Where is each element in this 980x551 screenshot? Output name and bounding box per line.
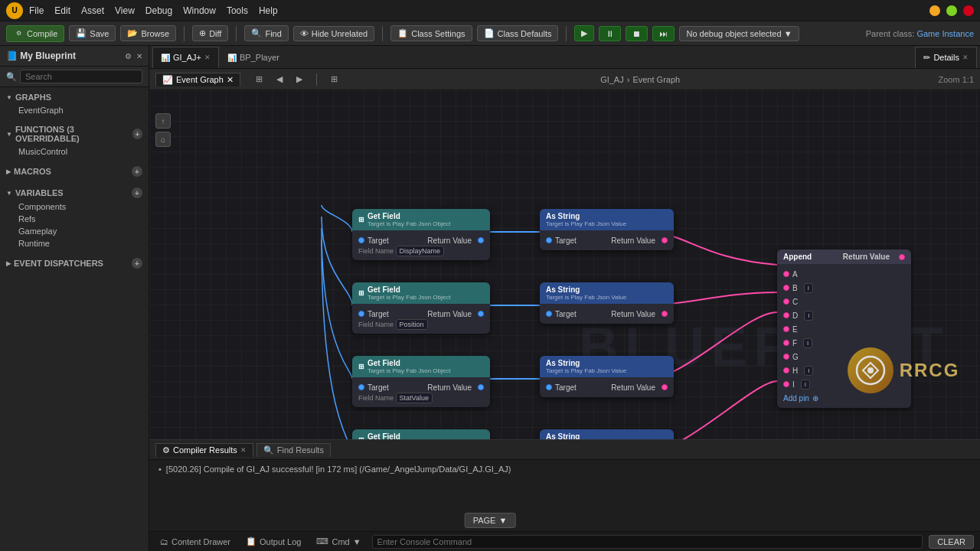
tab-gi-aj[interactable]: 📊 GI_AJ+ ✕	[152, 47, 219, 68]
get-field-3-field-value[interactable]: StatValue	[396, 393, 433, 403]
get-field-2-title: Get Field	[368, 285, 451, 294]
search-bar: 🔍	[0, 67, 149, 87]
graphs-header[interactable]: ▼ GRAPHS	[6, 90, 142, 104]
clear-button[interactable]: CLEAR	[929, 535, 974, 549]
runtime-item[interactable]: Runtime	[6, 237, 142, 249]
variables-header[interactable]: ▼ VARIABLES +	[6, 185, 142, 201]
save-button[interactable]: 💾 Save	[69, 25, 116, 41]
maximize-button[interactable]	[946, 5, 957, 16]
toolbar-separator-2	[236, 26, 237, 41]
append-c-pin	[783, 298, 789, 305]
nav-forward-button[interactable]: ▶	[292, 73, 307, 86]
as-string-1-header: As String Target is Play Fab Json Value	[540, 209, 674, 230]
refs-item[interactable]: Refs	[6, 213, 142, 225]
menu-tools[interactable]: Tools	[227, 5, 248, 16]
cmd-button[interactable]: ⌨ Cmd ▼	[312, 535, 365, 548]
menu-view[interactable]: View	[115, 5, 135, 16]
panel-close-button[interactable]: ✕	[136, 52, 142, 60]
browse-icon: 📂	[127, 28, 138, 38]
menu-file[interactable]: File	[29, 5, 44, 16]
output-log-button[interactable]: 📋 Output Log	[241, 535, 305, 548]
tab-details[interactable]: ✏ Details ✕	[915, 47, 977, 68]
class-settings-button[interactable]: 📋 Class Settings	[390, 25, 472, 41]
macros-header[interactable]: ▶ MACROS +	[6, 164, 142, 179]
close-button[interactable]	[963, 5, 974, 16]
frame-icon: ⏭	[659, 29, 668, 38]
close-gi-aj-tab[interactable]: ✕	[204, 54, 211, 61]
grid-snap-button[interactable]: ⊞	[326, 73, 342, 86]
bottom-panel: ⚙ Compiler Results ✕ 🔍 Find Results • [5…	[149, 439, 980, 531]
close-event-graph-tab[interactable]: ✕	[227, 75, 234, 85]
get-field-4-icon: ⊞	[358, 436, 364, 439]
nav-up-button[interactable]: ↑	[155, 113, 171, 129]
content-drawer-button[interactable]: 🗂 Content Drawer	[155, 536, 235, 548]
find-button[interactable]: 🔍 Find	[244, 25, 288, 41]
diff-label: Diff	[209, 29, 221, 38]
as-string-3-body: Target Return Value	[540, 377, 674, 397]
as-string-1-node: As String Target is Play Fab Json Value …	[540, 209, 674, 250]
nav-grid-button[interactable]: ⊞	[251, 73, 267, 86]
breadcrumb-root[interactable]: GI_AJ	[600, 75, 624, 84]
music-control-item[interactable]: MusicControl	[6, 145, 142, 158]
graph-canvas[interactable]: BLUEPRINT ↑ ⌂	[149, 90, 980, 439]
gameplay-item[interactable]: Gameplay	[6, 225, 142, 237]
tab-bp-player[interactable]: 📊 BP_Player	[219, 47, 288, 68]
menu-asset[interactable]: Asset	[81, 5, 104, 16]
event-graph-tab[interactable]: 📈 Event Graph ✕	[155, 73, 240, 86]
as-string-2-body: Target Return Value	[540, 304, 674, 324]
compile-message-text: [5020.26] Compile of GI_AJ successful! […	[166, 465, 511, 474]
get-field-2-header: ⊞ Get Field Target is Play Fab Json Obje…	[352, 282, 490, 304]
menu-help[interactable]: Help	[259, 5, 278, 16]
get-field-3-field-label: Field Name	[358, 394, 394, 402]
status-bar: 🗂 Content Drawer 📋 Output Log ⌨ Cmd ▼ CL…	[149, 531, 980, 551]
browse-button[interactable]: 📂 Browse	[120, 25, 176, 41]
add-variable-button[interactable]: +	[132, 187, 142, 198]
as-string-1-subtitle: Target is Play Fab Json Value	[546, 220, 626, 227]
append-add-pin-row[interactable]: Add pin ⊕	[777, 391, 911, 405]
menu-debug[interactable]: Debug	[145, 5, 172, 16]
menu-edit[interactable]: Edit	[54, 5, 70, 16]
append-title: Append	[783, 253, 812, 261]
add-macro-button[interactable]: +	[132, 166, 142, 177]
stop-button[interactable]: ⏹	[626, 26, 648, 41]
search-input[interactable]	[20, 70, 142, 83]
close-details-tab[interactable]: ✕	[962, 54, 969, 61]
debug-dropdown[interactable]: No debug object selected ▼	[679, 26, 799, 41]
event-graph-item[interactable]: EventGraph	[6, 104, 142, 116]
append-e-pin	[783, 326, 789, 332]
pause-button[interactable]: ⏸	[599, 26, 621, 41]
append-h-row: H I	[777, 364, 911, 377]
console-input[interactable]	[372, 535, 923, 549]
save-label: Save	[90, 29, 109, 38]
parent-class-link[interactable]: Game Instance	[916, 29, 974, 38]
class-defaults-button[interactable]: 📄 Class Defaults	[477, 25, 559, 41]
nav-back-button[interactable]: ◀	[272, 73, 287, 86]
breadcrumb-current[interactable]: Event Graph	[632, 75, 680, 84]
diff-button[interactable]: ⊕ Diff	[192, 25, 228, 41]
menu-window[interactable]: Window	[183, 5, 216, 16]
as-string-3-row: Target Return Value	[540, 380, 674, 394]
nav-home-button[interactable]: ⌂	[155, 132, 171, 147]
add-pin-icon[interactable]: ⊕	[812, 394, 818, 403]
close-compiler-tab[interactable]: ✕	[240, 446, 247, 454]
append-i-row: I I	[777, 377, 911, 391]
panel-header: 📘 My Blueprint ⚙ ✕	[0, 46, 149, 67]
append-add-pin-label[interactable]: Add pin	[783, 394, 809, 403]
page-dropdown[interactable]: PAGE ▼	[465, 513, 516, 528]
find-results-tab[interactable]: 🔍 Find Results	[256, 443, 331, 457]
components-item[interactable]: Components	[6, 201, 142, 213]
append-h-badge: I	[804, 366, 813, 376]
functions-header[interactable]: ▼ FUNCTIONS (3 OVERRIDABLE) +	[6, 122, 142, 145]
add-dispatcher-button[interactable]: +	[132, 258, 142, 269]
get-field-2-field-value[interactable]: Position	[396, 319, 428, 330]
play-button[interactable]: ▶	[574, 25, 594, 41]
frame-button[interactable]: ⏭	[652, 26, 675, 41]
compiler-results-tab[interactable]: ⚙ Compiler Results ✕	[155, 443, 253, 457]
hide-unrelated-button[interactable]: 👁 Hide Unrelated	[293, 26, 374, 41]
get-field-1-field-value[interactable]: DisplayName	[396, 246, 445, 256]
minimize-button[interactable]	[929, 5, 940, 16]
add-function-button[interactable]: +	[132, 129, 142, 139]
compile-button[interactable]: ⚙ Compile	[6, 25, 64, 42]
panel-settings-button[interactable]: ⚙	[125, 52, 132, 60]
event-dispatchers-header[interactable]: ▶ EVENT DISPATCHERS +	[6, 256, 142, 271]
